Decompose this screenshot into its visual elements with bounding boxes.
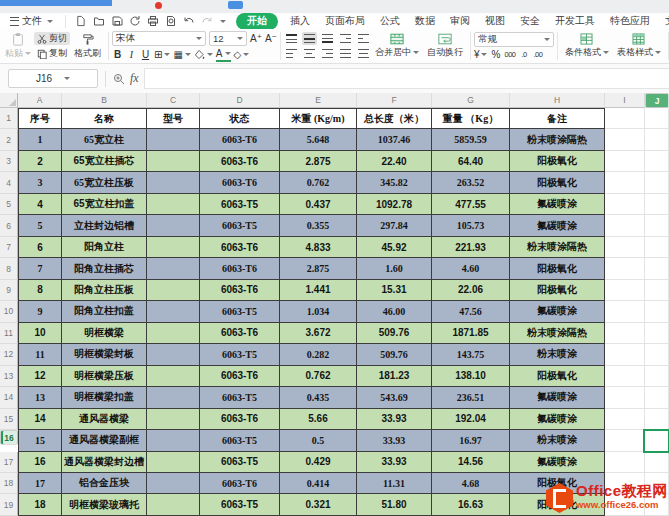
cell-status[interactable]: 6063-T5: [200, 452, 280, 473]
menu-tab-安全[interactable]: 安全: [513, 13, 547, 29]
menu-tab-特色应用[interactable]: 特色应用: [603, 13, 657, 29]
cell-kgm[interactable]: 1.441: [280, 280, 357, 301]
cell-remark[interactable]: 阳极氧化: [510, 151, 605, 172]
cell-status[interactable]: 6063-T6: [200, 258, 280, 279]
column-header-J[interactable]: J: [645, 93, 669, 108]
cell-name[interactable]: 阳角立柱扣盖: [62, 301, 147, 322]
empty-cell[interactable]: [645, 258, 669, 279]
row-header-13[interactable]: 13: [0, 366, 18, 387]
row-header-2[interactable]: 2: [0, 129, 18, 150]
row-header-7[interactable]: 7: [0, 237, 18, 258]
column-header-A[interactable]: A: [18, 93, 62, 108]
row-header-15[interactable]: 15: [0, 409, 18, 430]
cell-kgm[interactable]: 5.648: [280, 129, 357, 150]
empty-cell[interactable]: [605, 108, 645, 129]
empty-cell[interactable]: [645, 387, 669, 408]
empty-cell[interactable]: [645, 172, 669, 193]
more-commands-icon[interactable]: [220, 20, 226, 23]
cell-model[interactable]: [147, 387, 200, 408]
cell-status[interactable]: 6063-T5: [200, 387, 280, 408]
row-header-19[interactable]: 19: [0, 494, 18, 515]
cell-remark[interactable]: 氟碳喷涂: [510, 194, 605, 215]
column-header-G[interactable]: G: [432, 93, 510, 108]
cell-no[interactable]: 12: [18, 366, 62, 387]
fill-color-button[interactable]: [194, 49, 213, 61]
cell-name[interactable]: 65宽立柱扣盖: [62, 194, 147, 215]
clear-format-button[interactable]: ◇: [234, 49, 250, 61]
menu-tab-开始[interactable]: 开始: [236, 13, 278, 30]
cell-name[interactable]: 65宽立柱压板: [62, 172, 147, 193]
cell-model[interactable]: [147, 430, 200, 451]
open-folder-icon[interactable]: [92, 15, 105, 28]
empty-cell[interactable]: [645, 366, 669, 387]
column-header-I[interactable]: I: [605, 93, 645, 108]
new-document-icon[interactable]: [74, 15, 87, 28]
row-header-11[interactable]: 11: [0, 323, 18, 344]
redo-icon[interactable]: [200, 15, 213, 28]
cell-model[interactable]: [147, 301, 200, 322]
empty-cell[interactable]: [645, 344, 669, 365]
cell-length[interactable]: 33.93: [357, 430, 432, 451]
empty-cell[interactable]: [645, 452, 669, 473]
column-header-D[interactable]: D: [200, 93, 280, 108]
menu-tab-数据[interactable]: 数据: [408, 13, 442, 29]
cell-weight[interactable]: 221.93: [432, 237, 510, 258]
cell-weight[interactable]: 16.63: [432, 494, 510, 515]
row-header-18[interactable]: 18: [0, 473, 18, 494]
empty-cell[interactable]: [645, 301, 669, 322]
row-header-9[interactable]: 9: [0, 280, 18, 301]
row-header-14[interactable]: 14: [0, 387, 18, 408]
cell-no[interactable]: 5: [18, 215, 62, 236]
cell-name[interactable]: 通风器横梁副框: [62, 430, 147, 451]
cell-no[interactable]: 2: [18, 151, 62, 172]
cell-name[interactable]: 65宽立柱插芯: [62, 151, 147, 172]
cell-no[interactable]: 9: [18, 301, 62, 322]
column-header-C[interactable]: C: [147, 93, 200, 108]
empty-cell[interactable]: [605, 129, 645, 150]
valign-top-button[interactable]: [284, 32, 299, 45]
cell-name[interactable]: 阳角立柱: [62, 237, 147, 258]
cell-kgm[interactable]: 0.762: [280, 172, 357, 193]
cell-status[interactable]: 6063-T5: [200, 215, 280, 236]
cell-kgm[interactable]: 5.66: [280, 409, 357, 430]
cell-weight[interactable]: 105.73: [432, 215, 510, 236]
cell-length[interactable]: 1037.46: [357, 129, 432, 150]
menu-tab-审阅[interactable]: 审阅: [443, 13, 477, 29]
cell-length[interactable]: 509.76: [357, 344, 432, 365]
row-header-3[interactable]: 3: [0, 151, 18, 172]
cell-no[interactable]: 4: [18, 194, 62, 215]
font-color-button[interactable]: A: [216, 48, 231, 62]
cell-model[interactable]: [147, 129, 200, 150]
empty-cell[interactable]: [645, 409, 669, 430]
cell-status[interactable]: 6063-T5: [200, 194, 280, 215]
cell-remark[interactable]: 粉末喷涂隔热: [510, 237, 605, 258]
cell-remark[interactable]: 氟碳喷涂: [510, 215, 605, 236]
cell-weight[interactable]: 5859.59: [432, 129, 510, 150]
cell-status[interactable]: 6063-T6: [200, 129, 280, 150]
cell-kgm[interactable]: 4.833: [280, 237, 357, 258]
cell-name[interactable]: 明框横梁扣盖: [62, 387, 147, 408]
empty-cell[interactable]: [605, 258, 645, 279]
name-box[interactable]: J16: [8, 69, 98, 88]
print-icon[interactable]: [146, 15, 159, 28]
cell-model[interactable]: [147, 452, 200, 473]
valign-bottom-button[interactable]: [320, 32, 335, 45]
row-header-1[interactable]: 1: [0, 108, 18, 129]
cell-length[interactable]: 33.93: [357, 409, 432, 430]
cell-remark[interactable]: 阳极氧化: [510, 258, 605, 279]
export-icon[interactable]: [128, 15, 141, 28]
wrap-text-button[interactable]: 自动换行: [423, 33, 467, 59]
cell-model[interactable]: [147, 409, 200, 430]
cell-status[interactable]: 6063-T6: [200, 237, 280, 258]
bold-button[interactable]: B: [112, 49, 123, 61]
cell-status[interactable]: 6063-T5: [200, 301, 280, 322]
cell-model[interactable]: [147, 194, 200, 215]
cell-kgm[interactable]: 0.321: [280, 494, 357, 515]
cell-length[interactable]: 543.69: [357, 387, 432, 408]
cell-remark[interactable]: 粉末喷涂隔热: [510, 129, 605, 150]
cell-no[interactable]: 16: [18, 452, 62, 473]
cell-kgm[interactable]: 0.282: [280, 344, 357, 365]
row-header-8[interactable]: 8: [0, 258, 18, 279]
cell-model[interactable]: [147, 280, 200, 301]
percent-button[interactable]: %: [490, 49, 501, 61]
